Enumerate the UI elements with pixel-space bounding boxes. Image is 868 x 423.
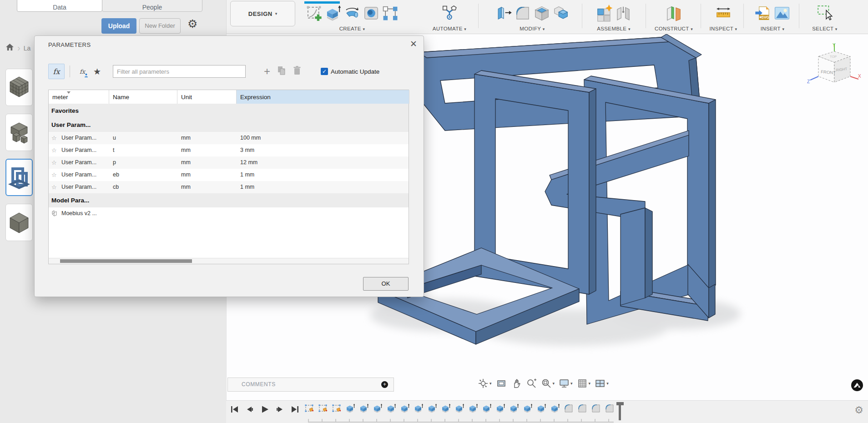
timeline-sketch-feature[interactable]: [304, 403, 315, 414]
select-icon[interactable]: [816, 4, 833, 22]
revolve-icon[interactable]: [343, 4, 361, 22]
timeline-extrude-feature[interactable]: [454, 403, 465, 414]
ribbon-group-label[interactable]: AUTOMATE ▾: [427, 26, 472, 31]
column-header-meter[interactable]: meter: [49, 90, 109, 104]
play-button[interactable]: [260, 404, 270, 416]
blue-knot-model-thumbnail[interactable]: [5, 159, 33, 196]
construction-plane-icon[interactable]: [665, 4, 682, 22]
step-forward-button[interactable]: [275, 404, 285, 416]
section-row[interactable]: Favorites: [49, 104, 409, 118]
column-header-name[interactable]: Name: [109, 90, 177, 104]
ribbon-group-label[interactable]: INSPECT ▾: [702, 26, 744, 31]
favorite-star-icon[interactable]: ☆: [51, 156, 57, 169]
parameter-expression[interactable]: 1 mm: [240, 181, 254, 193]
timeline-extrude-feature[interactable]: [345, 403, 356, 414]
section-row[interactable]: Model Para...: [49, 193, 409, 207]
parameter-expression[interactable]: 100 mm: [240, 132, 261, 144]
timeline-extrude-feature[interactable]: [372, 403, 383, 414]
parameter-row-eb[interactable]: ☆User Param...ebmm1 mm: [49, 169, 409, 181]
new-folder-button[interactable]: New Folder: [139, 18, 181, 34]
new-component-icon[interactable]: [595, 4, 613, 22]
ok-button[interactable]: OK: [363, 277, 409, 291]
joint-icon[interactable]: [615, 4, 632, 22]
measure-icon[interactable]: [715, 4, 732, 22]
pan-icon[interactable]: [511, 378, 522, 389]
grid-display-icon[interactable]: ▾: [577, 378, 591, 389]
view-cube[interactable]: Y X Z FRONT RIGHT TOP: [807, 41, 862, 98]
timeline-extrude-feature[interactable]: [481, 403, 492, 414]
timeline-sketch-feature[interactable]: [331, 403, 342, 414]
fit-icon[interactable]: ▾: [541, 378, 555, 389]
timeline-extrude-feature[interactable]: [399, 403, 410, 414]
go-to-end-button[interactable]: [290, 404, 300, 416]
ribbon-group-label[interactable]: CREATE ▾: [299, 26, 405, 31]
favorite-star-icon[interactable]: ☆: [51, 169, 57, 181]
parameter-expression[interactable]: 12 mm: [240, 156, 257, 169]
favorite-star-icon[interactable]: ☆: [51, 144, 57, 156]
home-icon[interactable]: [5, 43, 14, 53]
insert-svg-icon[interactable]: SVG: [754, 4, 772, 22]
tab-people[interactable]: People: [102, 0, 202, 12]
press-pull-icon[interactable]: [495, 4, 512, 22]
cube-model-thumbnail[interactable]: [5, 204, 33, 241]
parameter-row-p[interactable]: ☆User Param...pmm12 mm: [49, 156, 409, 169]
look-at-icon[interactable]: [496, 378, 507, 389]
timeline-extrude-feature[interactable]: [358, 403, 369, 414]
breadcrumb[interactable]: › La: [5, 43, 30, 53]
comments-bar[interactable]: COMMENTS +: [227, 378, 394, 392]
create-sketch-icon[interactable]: [305, 4, 323, 22]
shell-icon[interactable]: [533, 4, 550, 22]
copy-parameter-icon[interactable]: [277, 65, 286, 77]
parameters-table-header[interactable]: meterNameUnitExpression: [49, 90, 409, 104]
blocks-model-thumbnail[interactable]: [5, 114, 33, 151]
timeline-extrude-feature[interactable]: [550, 403, 560, 414]
parameter-row-t[interactable]: ☆User Param...tmm3 mm: [49, 144, 409, 156]
orbit-icon[interactable]: ▾: [478, 378, 492, 389]
combine-icon[interactable]: [552, 4, 570, 22]
viewports-icon[interactable]: ▾: [595, 378, 609, 389]
timeline-extrude-feature[interactable]: [495, 403, 506, 414]
timeline-extrude-feature[interactable]: [509, 403, 520, 414]
parameter-expression[interactable]: 1 mm: [240, 169, 254, 181]
add-comment-icon[interactable]: +: [381, 381, 388, 388]
timeline-extrude-feature[interactable]: [413, 403, 424, 414]
zoom-icon[interactable]: [526, 378, 537, 389]
upload-button[interactable]: Upload: [101, 18, 136, 34]
rectangular-pattern-icon[interactable]: [382, 4, 399, 22]
parameter-expression[interactable]: 3 mm: [240, 144, 254, 156]
tab-data[interactable]: Data: [17, 0, 102, 12]
ribbon-group-label[interactable]: MODIFY ▾: [483, 26, 582, 31]
automate-icon[interactable]: [441, 4, 458, 22]
timeline-extrude-feature[interactable]: [522, 403, 533, 414]
horizontal-scrollbar[interactable]: [49, 258, 409, 264]
insert-image-icon[interactable]: [773, 4, 791, 22]
timeline-extrude-feature[interactable]: [427, 403, 438, 414]
parameter-row-u[interactable]: ☆User Param...umm100 mm: [49, 132, 409, 144]
settings-gear-icon[interactable]: ⚙: [187, 17, 197, 30]
ribbon-group-label[interactable]: INSERT ▾: [745, 26, 800, 31]
favorite-star-icon[interactable]: ☆: [51, 181, 57, 193]
timeline-extrude-feature[interactable]: [536, 403, 547, 414]
scrollbar-thumb[interactable]: [60, 259, 192, 263]
grid-cube-model-thumbnail[interactable]: [5, 69, 33, 106]
column-header-unit[interactable]: Unit: [177, 90, 237, 104]
model-parameter-row[interactable]: Moebius v2 ...: [49, 207, 409, 220]
all-parameters-fx-button[interactable]: fx: [48, 64, 65, 79]
timeline-playhead[interactable]: [616, 402, 624, 420]
timeline-fillet-feature[interactable]: [604, 403, 615, 414]
go-to-start-button[interactable]: [230, 404, 240, 416]
parameter-row-cb[interactable]: ☆User Param...cbmm1 mm: [49, 181, 409, 193]
add-parameter-icon[interactable]: +: [264, 67, 270, 76]
ribbon-group-label[interactable]: CONSTRUCT ▾: [647, 26, 701, 31]
timeline-sketch-feature[interactable]: [318, 403, 328, 414]
timeline-fillet-feature[interactable]: [590, 403, 601, 414]
sort-caret-icon[interactable]: [67, 91, 71, 94]
timeline-fillet-feature[interactable]: [563, 403, 574, 414]
user-parameters-fx-button[interactable]: fx: [75, 65, 90, 78]
filter-parameters-input[interactable]: [113, 65, 246, 78]
section-row[interactable]: User Param...: [49, 118, 409, 132]
favorites-star-icon[interactable]: ★: [93, 66, 101, 77]
ribbon-group-label[interactable]: ASSEMBLE ▾: [584, 26, 643, 31]
close-icon[interactable]: ✕: [410, 39, 417, 49]
extrude-icon[interactable]: [324, 4, 342, 22]
